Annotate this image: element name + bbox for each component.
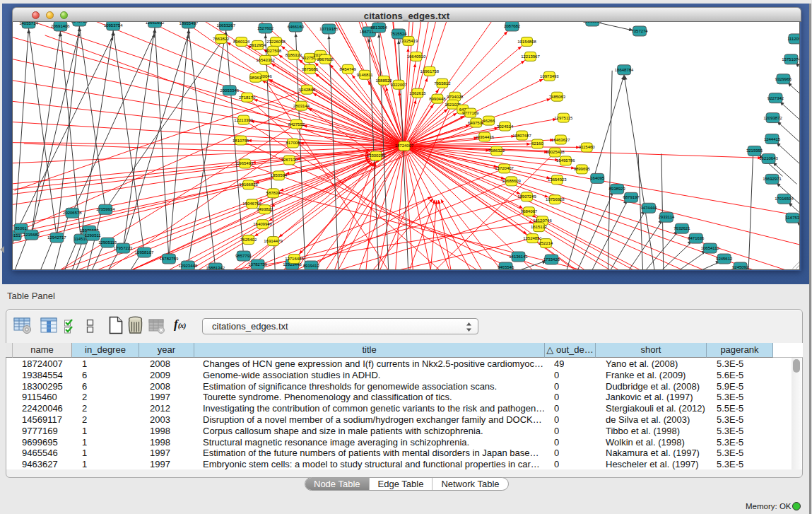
svg-text:1810755: 1810755 [233, 139, 249, 143]
svg-text:1112096: 1112096 [787, 37, 800, 41]
svg-text:1244415: 1244415 [764, 137, 781, 141]
svg-text:85061: 85061 [15, 226, 27, 230]
svg-text:9227342: 9227342 [767, 96, 784, 100]
svg-text:15692971: 15692971 [763, 177, 782, 181]
svg-text:8990448: 8990448 [429, 97, 446, 101]
svg-text:12923448: 12923448 [179, 264, 198, 268]
svg-text:15495786: 15495786 [556, 158, 575, 163]
svg-text:9465546: 9465546 [498, 265, 514, 269]
svg-text:10973493: 10973493 [540, 74, 559, 78]
svg-text:98961: 98961 [249, 76, 261, 80]
svg-text:15300295: 15300295 [367, 153, 386, 158]
svg-text:1353594: 1353594 [271, 173, 288, 177]
svg-text:6466160: 6466160 [288, 25, 305, 29]
svg-text:16640910: 16640910 [407, 54, 426, 59]
svg-text:8427552: 8427552 [288, 122, 305, 127]
svg-text:2803144: 2803144 [293, 104, 310, 108]
svg-text:2967608: 2967608 [317, 57, 334, 62]
svg-text:7986322: 7986322 [488, 148, 505, 153]
svg-text:10782759: 10782759 [248, 262, 267, 267]
svg-text:8454749: 8454749 [340, 67, 357, 71]
svg-text:13654923: 13654923 [548, 177, 567, 182]
svg-text:15409948: 15409948 [253, 222, 272, 226]
svg-text:10154808: 10154808 [517, 40, 536, 44]
svg-text:7625402: 7625402 [240, 238, 257, 242]
svg-text:7357274: 7357274 [631, 29, 648, 33]
svg-text:3267130: 3267130 [281, 158, 298, 162]
svg-text:587834: 587834 [266, 191, 281, 195]
svg-text:9899695: 9899695 [574, 167, 591, 171]
svg-text:10953754: 10953754 [104, 23, 123, 28]
svg-text:12905115: 12905115 [98, 240, 117, 245]
svg-text:9684067: 9684067 [521, 209, 538, 214]
svg-text:12661602: 12661602 [146, 22, 165, 25]
svg-text:7515524: 7515524 [390, 32, 407, 36]
svg-text:39151: 39151 [12, 233, 21, 238]
svg-text:1527602: 1527602 [257, 26, 274, 30]
svg-text:19166825: 19166825 [239, 182, 258, 187]
svg-text:1733426: 1733426 [543, 257, 560, 262]
svg-text:252214: 252214 [539, 241, 553, 245]
svg-text:164095: 164095 [590, 176, 605, 180]
svg-text:12975115: 12975115 [554, 116, 573, 120]
svg-text:8912954: 8912954 [249, 43, 266, 47]
svg-text:9777169: 9777169 [462, 111, 479, 115]
svg-text:16648784: 16648784 [615, 68, 634, 72]
svg-text:3024514: 3024514 [497, 124, 514, 129]
svg-text:12213967: 12213967 [521, 54, 540, 59]
svg-text:10653267: 10653267 [216, 23, 235, 28]
svg-text:6879197: 6879197 [623, 195, 640, 199]
svg-text:15881342: 15881342 [206, 266, 225, 270]
svg-text:17016504: 17016504 [775, 197, 794, 201]
svg-text:8471636: 8471636 [688, 236, 705, 240]
svg-text:17359934: 17359934 [96, 207, 115, 211]
svg-text:16210643: 16210643 [759, 156, 778, 160]
svg-text:3875685: 3875685 [302, 67, 319, 71]
svg-text:10807487: 10807487 [512, 134, 531, 138]
svg-text:8186323: 8186323 [286, 53, 302, 57]
svg-text:17957223: 17957223 [114, 246, 133, 250]
svg-text:8940755: 8940755 [71, 22, 88, 23]
svg-text:13716485: 13716485 [285, 257, 304, 261]
svg-text:10688609: 10688609 [502, 179, 521, 183]
svg-text:46266: 46266 [483, 119, 495, 123]
svg-text:18724007: 18724007 [395, 144, 414, 148]
svg-text:18955497: 18955497 [180, 22, 199, 25]
svg-text:8919412: 8919412 [303, 264, 320, 268]
svg-text:9794028: 9794028 [447, 95, 464, 99]
svg-text:3493822: 3493822 [257, 207, 273, 211]
svg-text:9146811: 9146811 [357, 73, 373, 77]
svg-text:20691406: 20691406 [51, 24, 70, 28]
svg-text:12093872: 12093872 [763, 116, 782, 120]
svg-text:9329966: 9329966 [775, 77, 792, 81]
svg-text:9857791: 9857791 [235, 254, 252, 258]
svg-text:116753: 116753 [786, 216, 800, 220]
svg-text:15046766: 15046766 [242, 201, 261, 206]
svg-text:16033809: 16033809 [583, 22, 602, 23]
svg-text:1362615: 1362615 [409, 91, 426, 95]
svg-text:12942717: 12942717 [47, 235, 66, 240]
svg-text:2933114: 2933114 [659, 215, 675, 219]
svg-text:1965493: 1965493 [237, 161, 254, 165]
svg-text:1215682: 1215682 [23, 233, 40, 237]
svg-text:10756928: 10756928 [546, 197, 565, 201]
svg-text:20206578: 20206578 [63, 211, 82, 215]
svg-text:8938923: 8938923 [609, 187, 626, 191]
svg-text:20053346: 20053346 [220, 88, 239, 93]
svg-text:16782759: 16782759 [160, 257, 179, 261]
svg-text:9115460: 9115460 [579, 145, 595, 149]
svg-text:10025438: 10025438 [546, 150, 565, 154]
svg-text:15720407: 15720407 [495, 166, 514, 170]
svg-text:9322007: 9322007 [390, 83, 407, 87]
svg-text:10654112: 10654112 [701, 246, 720, 250]
svg-text:1290511: 1290511 [85, 233, 101, 238]
svg-text:62160: 62160 [531, 142, 543, 146]
svg-text:7485063: 7485063 [549, 95, 566, 99]
svg-text:18907249: 18907249 [517, 194, 536, 199]
svg-text:3215955: 3215955 [746, 148, 763, 153]
svg-text:13524851: 13524851 [523, 236, 542, 240]
svg-text:7663822: 7663822 [213, 37, 230, 41]
svg-text:14136141: 14136141 [509, 255, 528, 259]
svg-text:13325419: 13325419 [399, 39, 418, 43]
svg-text:15751074: 15751074 [782, 57, 800, 62]
